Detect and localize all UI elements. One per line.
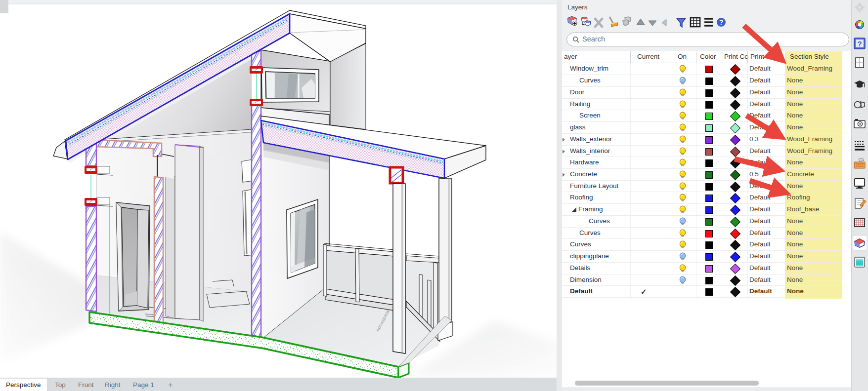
svg-text:?: ? [857, 39, 862, 48]
